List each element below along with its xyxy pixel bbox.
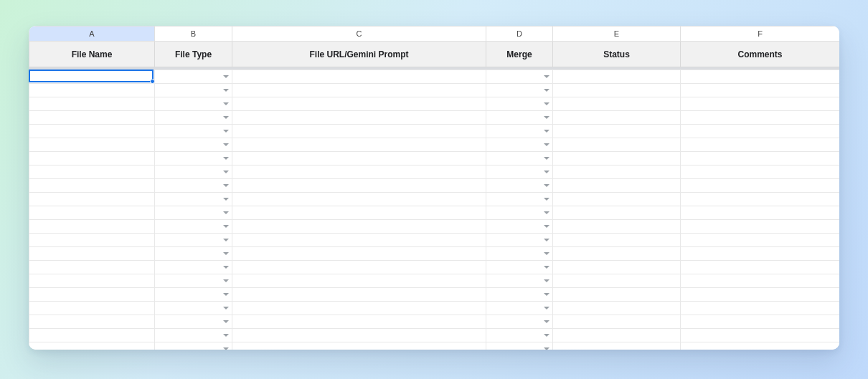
cell[interactable] [232, 261, 486, 274]
cell[interactable] [29, 220, 155, 234]
header-file-url[interactable]: File URL/Gemini Prompt [232, 42, 486, 67]
cell[interactable] [486, 138, 553, 152]
cell[interactable] [681, 193, 840, 206]
cell[interactable] [681, 152, 840, 165]
cell[interactable] [553, 288, 681, 302]
cell[interactable] [553, 220, 681, 234]
header-comments[interactable]: Comments [681, 42, 840, 67]
cell[interactable] [681, 125, 840, 138]
cell[interactable] [681, 234, 840, 247]
chevron-down-icon[interactable] [223, 198, 229, 201]
chevron-down-icon[interactable] [544, 89, 549, 92]
cell[interactable] [155, 329, 232, 342]
chevron-down-icon[interactable] [544, 171, 549, 173]
cell[interactable] [29, 315, 155, 329]
cell[interactable] [29, 111, 155, 125]
cell[interactable] [486, 179, 553, 193]
cell[interactable] [155, 315, 232, 329]
cell[interactable] [29, 274, 155, 288]
cell[interactable] [681, 274, 840, 288]
cell[interactable] [486, 274, 553, 288]
cell[interactable] [155, 342, 232, 350]
cell[interactable] [155, 193, 232, 206]
col-letter-C[interactable]: C [232, 27, 486, 42]
cell[interactable] [553, 193, 681, 206]
chevron-down-icon[interactable] [223, 211, 229, 214]
chevron-down-icon[interactable] [544, 198, 549, 201]
col-letter-E[interactable]: E [553, 27, 681, 42]
cell[interactable] [681, 220, 840, 234]
cell[interactable] [486, 261, 553, 274]
chevron-down-icon[interactable] [223, 171, 229, 173]
chevron-down-icon[interactable] [223, 279, 229, 282]
cell[interactable] [681, 70, 840, 84]
cell[interactable] [553, 247, 681, 261]
cell[interactable] [29, 125, 155, 138]
cell[interactable] [29, 288, 155, 302]
cell[interactable] [232, 302, 486, 315]
chevron-down-icon[interactable] [223, 89, 229, 92]
cell[interactable] [486, 329, 553, 342]
cell[interactable] [232, 193, 486, 206]
cell[interactable] [232, 97, 486, 111]
cell[interactable] [155, 111, 232, 125]
cell[interactable] [553, 138, 681, 152]
cell[interactable] [681, 315, 840, 329]
cell[interactable] [486, 111, 553, 125]
cell[interactable] [232, 220, 486, 234]
chevron-down-icon[interactable] [223, 293, 229, 296]
cell[interactable] [232, 206, 486, 220]
cell[interactable] [486, 84, 553, 97]
cell[interactable] [232, 315, 486, 329]
cell[interactable] [232, 138, 486, 152]
cell[interactable] [553, 125, 681, 138]
cell[interactable] [232, 288, 486, 302]
cell[interactable] [232, 111, 486, 125]
cell[interactable] [29, 193, 155, 206]
cell[interactable] [29, 329, 155, 342]
col-letter-B[interactable]: B [155, 27, 232, 42]
cell[interactable] [681, 206, 840, 220]
cell[interactable] [29, 247, 155, 261]
chevron-down-icon[interactable] [544, 184, 549, 187]
chevron-down-icon[interactable] [544, 307, 549, 310]
cell[interactable] [155, 234, 232, 247]
cell[interactable] [553, 206, 681, 220]
chevron-down-icon[interactable] [223, 347, 229, 350]
chevron-down-icon[interactable] [544, 252, 549, 255]
cell[interactable] [553, 165, 681, 179]
cell[interactable] [553, 179, 681, 193]
cell[interactable] [486, 247, 553, 261]
cell[interactable] [29, 302, 155, 315]
cell[interactable] [486, 125, 553, 138]
chevron-down-icon[interactable] [544, 143, 549, 146]
chevron-down-icon[interactable] [223, 184, 229, 187]
chevron-down-icon[interactable] [544, 116, 549, 119]
cell[interactable] [232, 70, 486, 84]
chevron-down-icon[interactable] [544, 279, 549, 282]
chevron-down-icon[interactable] [544, 75, 549, 78]
cell[interactable] [681, 302, 840, 315]
cell[interactable] [29, 206, 155, 220]
header-merge[interactable]: Merge [486, 42, 553, 67]
cell[interactable] [155, 206, 232, 220]
chevron-down-icon[interactable] [223, 75, 229, 78]
chevron-down-icon[interactable] [223, 334, 229, 337]
cell[interactable] [155, 97, 232, 111]
cell[interactable] [232, 84, 486, 97]
col-letter-D[interactable]: D [486, 27, 553, 42]
cell[interactable] [681, 165, 840, 179]
cell[interactable] [155, 261, 232, 274]
cell[interactable] [29, 179, 155, 193]
cell[interactable] [553, 261, 681, 274]
chevron-down-icon[interactable] [544, 102, 549, 105]
cell[interactable] [155, 125, 232, 138]
cell[interactable] [553, 329, 681, 342]
chevron-down-icon[interactable] [544, 211, 549, 214]
cell[interactable] [486, 193, 553, 206]
chevron-down-icon[interactable] [544, 157, 549, 160]
cell[interactable] [553, 70, 681, 84]
cell[interactable] [486, 97, 553, 111]
chevron-down-icon[interactable] [544, 225, 549, 228]
cell[interactable] [155, 84, 232, 97]
